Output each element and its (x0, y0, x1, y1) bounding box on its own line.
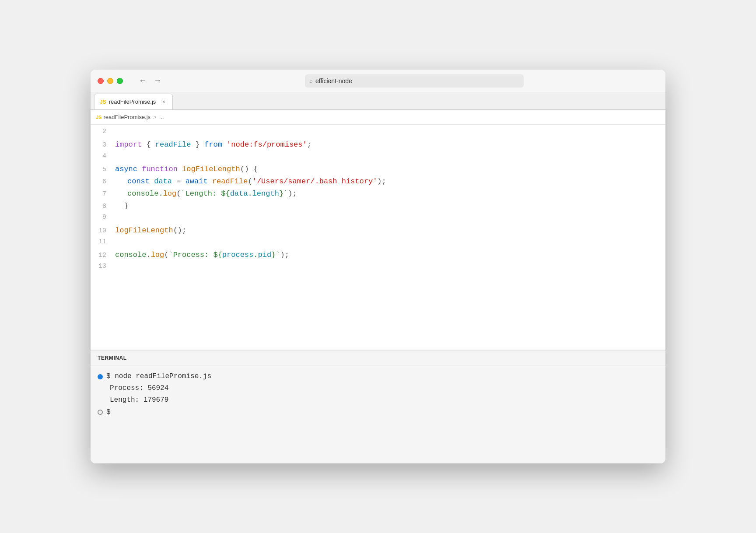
terminal-command-line: $ node readFilePromise.js (98, 371, 658, 382)
line-num-10: 10 (91, 226, 115, 236)
line-num-9: 9 (91, 212, 115, 223)
code-line-11: 11 (91, 237, 665, 249)
terminal-prompt-line: $ (98, 407, 658, 418)
line-num-3: 3 (91, 140, 115, 151)
breadcrumb-rest: ... (159, 114, 164, 120)
line-content-8: } (115, 200, 665, 212)
terminal-idle-indicator (98, 410, 103, 415)
breadcrumb-filename: readFilePromise.js (103, 114, 150, 120)
line-num-13: 13 (91, 261, 115, 272)
search-bar[interactable]: ⌕ efficient-node (305, 74, 524, 88)
titlebar: ← → ⌕ efficient-node (91, 70, 665, 92)
terminal-active-indicator (98, 374, 103, 379)
breadcrumb-js-icon: JS (96, 115, 102, 120)
line-num-8: 8 (91, 201, 115, 212)
tab-close-button[interactable]: × (160, 98, 167, 105)
terminal-panel: TERMINAL $ node readFilePromise.js Proce… (91, 350, 665, 463)
code-line-5: 5 async function logFileLength() { (91, 163, 665, 175)
line-content-7: console.log(`Length: ${data.length}`); (115, 188, 665, 200)
line-num-2: 2 (91, 126, 115, 137)
search-icon: ⌕ (309, 77, 313, 84)
terminal-title: TERMINAL (98, 355, 127, 361)
line-content-6: const data = await readFile('/Users/same… (115, 175, 665, 187)
terminal-output-length: Length: 179679 (110, 394, 168, 406)
back-button[interactable]: ← (137, 75, 148, 86)
terminal-prompt-dollar: $ (106, 407, 111, 418)
tab-filename: readFilePromise.js (109, 98, 156, 105)
code-editor[interactable]: 2 3 import { readFile } from 'node:fs/pr… (91, 125, 665, 350)
terminal-output-line2: Length: 179679 (98, 394, 658, 406)
maximize-button[interactable] (117, 78, 123, 84)
terminal-output-process: Process: 56924 (110, 382, 168, 394)
breadcrumb: JS readFilePromise.js > ... (91, 110, 665, 125)
code-line-3: 3 import { readFile } from 'node:fs/prom… (91, 139, 665, 151)
code-line-8: 8 } (91, 200, 665, 212)
line-num-7: 7 (91, 189, 115, 200)
code-line-10: 10 logFileLength(); (91, 224, 665, 237)
traffic-lights (98, 78, 123, 84)
line-num-6: 6 (91, 177, 115, 187)
active-tab[interactable]: JS readFilePromise.js × (94, 94, 173, 109)
line-num-12: 12 (91, 250, 115, 261)
code-line-2: 2 (91, 126, 665, 139)
line-content-10: logFileLength(); (115, 224, 665, 236)
line-num-4: 4 (91, 151, 115, 161)
nav-buttons: ← → (137, 75, 163, 86)
line-num-5: 5 (91, 165, 115, 175)
editor-area: 2 3 import { readFile } from 'node:fs/pr… (91, 125, 665, 463)
search-text: efficient-node (315, 77, 352, 84)
code-line-13: 13 (91, 261, 665, 274)
code-line-4: 4 (91, 151, 665, 163)
main-window: ← → ⌕ efficient-node JS readFilePromise.… (91, 70, 665, 463)
line-num-11: 11 (91, 237, 115, 247)
code-line-6: 6 const data = await readFile('/Users/sa… (91, 175, 665, 188)
terminal-output-line1: Process: 56924 (98, 382, 658, 394)
line-content-5: async function logFileLength() { (115, 163, 665, 175)
code-lines: 2 3 import { readFile } from 'node:fs/pr… (91, 125, 665, 275)
code-line-12: 12 console.log(`Process: ${process.pid}`… (91, 249, 665, 261)
close-button[interactable] (98, 78, 104, 84)
code-line-9: 9 (91, 212, 665, 224)
terminal-body[interactable]: $ node readFilePromise.js Process: 56924… (91, 365, 665, 463)
tab-js-icon: JS (100, 99, 106, 105)
line-content-12: console.log(`Process: ${process.pid}`); (115, 249, 665, 261)
terminal-header: TERMINAL (91, 351, 665, 365)
code-line-7: 7 console.log(`Length: ${data.length}`); (91, 188, 665, 200)
forward-button[interactable]: → (152, 75, 163, 86)
minimize-button[interactable] (107, 78, 113, 84)
breadcrumb-separator: > (153, 114, 157, 120)
terminal-command: $ node readFilePromise.js (106, 371, 211, 382)
tab-bar: JS readFilePromise.js × (91, 92, 665, 110)
line-content-3: import { readFile } from 'node:fs/promis… (115, 139, 665, 151)
